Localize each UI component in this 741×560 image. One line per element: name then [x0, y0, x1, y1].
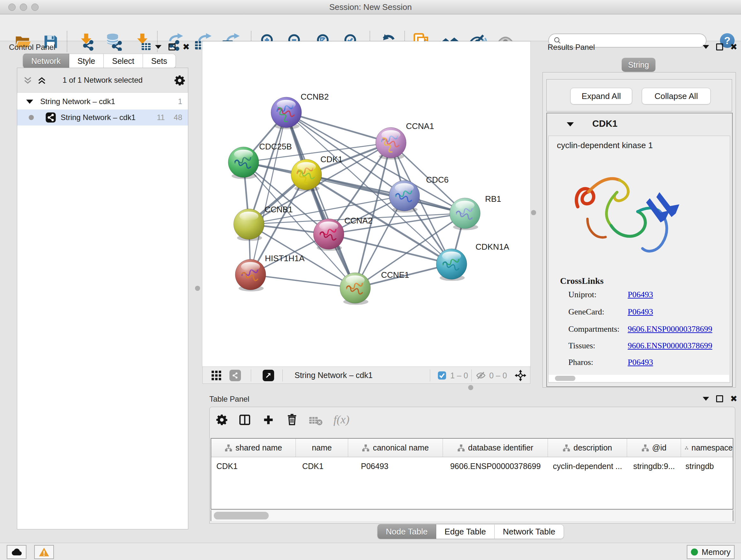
protein-name: CDK1 [592, 118, 617, 129]
network-collection-row[interactable]: String Network – cdk1 1 [17, 94, 188, 110]
protein-structure-image [566, 159, 687, 273]
table-row[interactable]: CDK1 CDK1 P06493 9606.ENSP00000378699 cy… [211, 457, 733, 475]
selected-checkbox-icon[interactable] [437, 371, 447, 380]
collapse-all-button[interactable]: Collapse All [642, 88, 711, 105]
collapse-entry-icon[interactable] [567, 122, 574, 126]
pan-mode-icon[interactable] [515, 370, 526, 381]
scrollbar-thumb[interactable] [214, 512, 269, 519]
table-cell[interactable]: stringdb [681, 457, 733, 475]
tree-expander-icon[interactable] [26, 100, 33, 104]
results-panel-window-icons: ✖ [703, 43, 738, 51]
table-options-gear-icon[interactable] [216, 414, 227, 426]
crosslink-pharos-link[interactable]: P06493 [628, 358, 653, 367]
maximize-panel-icon[interactable] [169, 44, 176, 51]
string-badge-icon[interactable] [229, 370, 241, 381]
scrollbar-thumb[interactable] [555, 376, 576, 381]
network-node-CCNE1[interactable] [340, 273, 370, 305]
maximize-panel-icon[interactable] [716, 44, 723, 51]
birds-eye-view-icon[interactable] [212, 371, 221, 380]
delete-column-icon[interactable] [286, 414, 298, 426]
network-row-selected[interactable]: String Network – cdk1 11 48 [17, 110, 188, 125]
network-node-HIST1H1A[interactable] [235, 259, 266, 292]
main-toolbar: ? [0, 14, 741, 41]
column-header[interactable]: database identifier [443, 439, 548, 457]
network-edge-CCNB2-CCNA1[interactable] [286, 112, 391, 143]
network-node-CCNA1[interactable] [376, 127, 406, 160]
control-panel-title: Control Panel [9, 43, 55, 52]
table-cell[interactable]: P06493 [348, 457, 443, 475]
cloud-button[interactable] [7, 545, 26, 559]
network-node-CDK1[interactable] [291, 159, 322, 192]
close-panel-icon[interactable]: ✖ [730, 44, 738, 51]
results-hscrollbar[interactable] [549, 375, 729, 382]
string-network-icon [45, 112, 56, 123]
network-edge-HIST1H1A-CCNE1[interactable] [251, 274, 355, 288]
table-hscrollbar[interactable] [211, 510, 733, 521]
column-header[interactable]: @id [627, 439, 681, 457]
results-panel-title: Results Panel [548, 43, 595, 52]
crosslink-tissues-link[interactable]: 9606.ENSP00000378699 [628, 341, 712, 351]
open-in-browser-icon[interactable] [263, 370, 274, 381]
tab-node-table[interactable]: Node Table [377, 524, 436, 539]
import-network-from-database-icon[interactable] [104, 32, 124, 52]
crosslink-compartments-link[interactable]: 9606.ENSP00000378699 [628, 324, 712, 334]
network-node-RB1[interactable] [450, 198, 480, 230]
network-node-CDKN1A[interactable] [436, 249, 467, 281]
float-panel-icon[interactable] [703, 397, 709, 401]
hidden-eye-icon [476, 371, 487, 380]
close-panel-icon[interactable]: ✖ [730, 395, 738, 402]
import-table-from-file-icon[interactable] [132, 32, 152, 52]
memory-button[interactable]: Memory [687, 545, 735, 559]
network-node-CDC25B[interactable] [228, 147, 259, 179]
table-cell[interactable]: CDK1 [211, 457, 296, 475]
tab-select[interactable]: Select [104, 54, 143, 68]
tab-network[interactable]: Network [23, 54, 69, 68]
table-cell[interactable]: cyclin-dependent ... [548, 457, 627, 475]
right-splitter-handle[interactable] [531, 210, 536, 215]
memory-status-dot [691, 549, 698, 556]
column-header[interactable]: namespace [681, 439, 733, 457]
import-network-from-file-icon[interactable] [76, 32, 96, 52]
network-canvas[interactable]: CCNB2CCNA1CDC25BCDK1CDC6RB1CCNB1CCNA2CDK… [202, 42, 530, 367]
network-view-toolbar: String Network – cdk1 1 – 0 0 – 0 [202, 367, 530, 384]
show-columns-icon[interactable] [239, 414, 251, 426]
left-splitter-handle[interactable] [195, 286, 200, 291]
column-header[interactable]: canonical name [348, 439, 443, 457]
table-cell[interactable]: stringdb:9... [627, 457, 681, 475]
network-node-label: RB1 [485, 194, 501, 204]
crosslink-uniprot-link[interactable]: P06493 [628, 290, 653, 300]
column-header[interactable]: name [296, 439, 348, 457]
network-node-label: CDC25B [259, 142, 292, 151]
title-bar: Session: New Session [0, 0, 741, 14]
tab-style[interactable]: Style [69, 54, 104, 68]
crosslink-genecard-link[interactable]: P06493 [628, 307, 653, 317]
memory-label: Memory [702, 548, 731, 557]
crosslink-label: Tissues: [568, 341, 595, 351]
float-panel-icon[interactable] [155, 45, 161, 49]
protein-description: cyclin-dependent kinase 1 [557, 140, 653, 150]
float-panel-icon[interactable] [703, 45, 709, 49]
horizontal-splitter-handle[interactable] [468, 385, 473, 390]
expand-all-button[interactable]: Expand All [570, 88, 632, 105]
column-header[interactable]: shared name [211, 439, 296, 457]
network-status-dot [29, 115, 34, 120]
network-node-CDC6[interactable] [389, 180, 420, 212]
table-cell[interactable]: 9606.ENSP00000378699 [443, 457, 548, 475]
toolbar-separator [251, 369, 251, 381]
close-panel-icon[interactable]: ✖ [183, 44, 190, 51]
results-tab-string[interactable]: String [622, 58, 656, 72]
tab-sets[interactable]: Sets [143, 54, 176, 68]
warnings-button[interactable] [34, 545, 54, 559]
toolbar-separator [430, 369, 430, 381]
column-header[interactable]: description [548, 439, 627, 457]
tab-network-table[interactable]: Network Table [495, 524, 564, 539]
network-node-CCNB1[interactable] [233, 209, 264, 241]
tab-edge-table[interactable]: Edge Table [436, 524, 495, 539]
add-column-icon[interactable] [263, 414, 274, 426]
network-node-label: CCNA1 [406, 121, 434, 131]
network-row-label: String Network – cdk1 [61, 113, 136, 122]
maximize-panel-icon[interactable] [716, 395, 723, 402]
table-cell[interactable]: CDK1 [296, 457, 348, 475]
crosslink-label: GeneCard: [568, 307, 604, 317]
options-gear-icon[interactable] [174, 75, 185, 86]
